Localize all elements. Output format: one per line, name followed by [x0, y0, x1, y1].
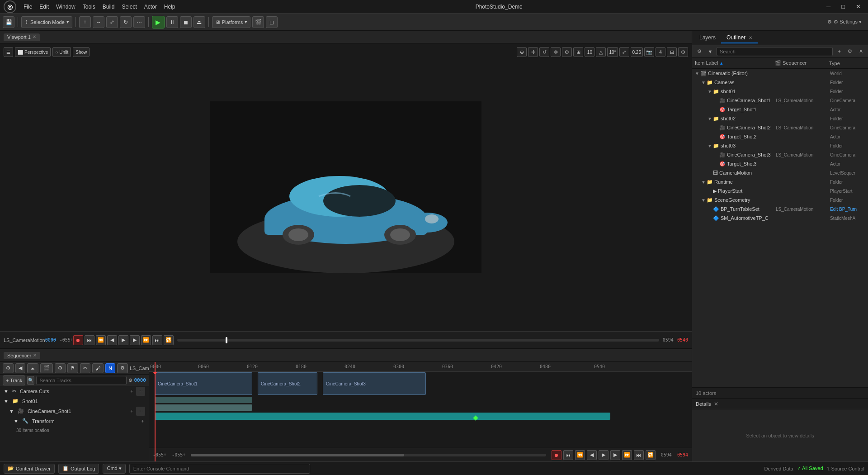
viewport-num-10[interactable]: 10 — [585, 47, 594, 57]
minimize-button[interactable]: ─ — [823, 3, 834, 10]
viewport-grid-icon[interactable]: ⊞ — [573, 47, 583, 57]
viewport-camera-val[interactable]: 4 — [656, 47, 665, 57]
cinecamera-options[interactable]: ⋯ — [136, 407, 145, 416]
play-options-button[interactable]: ⏸ — [166, 16, 178, 28]
tree-row-cameramotion[interactable]: 🎞 CameraMotion LevelSequer — [692, 168, 868, 177]
seq-cut-btn[interactable]: ✂ — [80, 363, 90, 373]
tree-row-target3[interactable]: 🎯 Target_Shot3 Actor — [692, 159, 868, 168]
viewport-snap-mode[interactable]: ✥ — [551, 47, 561, 57]
outliner-settings-btn[interactable]: ⚙ — [845, 47, 854, 56]
camera-cuts-options[interactable]: ⋯ — [136, 387, 145, 396]
seq-loop-btn[interactable]: 🔁 — [646, 450, 656, 460]
menu-build[interactable]: Build — [103, 4, 115, 10]
seq-up-btn[interactable]: ⏶ — [27, 363, 38, 373]
add-track-button[interactable]: + Track — [3, 375, 25, 385]
save-button[interactable]: 💾 — [3, 16, 14, 28]
sequencer-search-input[interactable] — [36, 376, 126, 385]
settings-button[interactable]: ⚙ ⚙ Settings ▾ — [824, 19, 865, 25]
seq-camera-btn[interactable]: ⚙ — [3, 363, 14, 373]
outliner-tab[interactable]: Outliner ✕ — [721, 33, 758, 43]
tree-row-target1[interactable]: 🎯 Target_Shot1 Actor — [692, 105, 868, 114]
prev-frame-button[interactable]: ◀ — [107, 335, 117, 345]
3d-viewport[interactable]: ☰ ⬜ Perspective ○ Unlit Show ⊕ ✛ ↺ ✥ — [0, 43, 692, 331]
clip-shot2[interactable]: CineCamera_Shot2 — [258, 372, 317, 395]
layers-tab[interactable]: Layers — [694, 33, 721, 43]
menu-help[interactable]: Help — [164, 4, 175, 10]
movie-button[interactable]: 🎬 — [252, 16, 264, 28]
viewport-extra-icon[interactable]: ⚙ — [678, 47, 688, 57]
seq-flag-btn[interactable]: ⚑ — [67, 363, 78, 373]
play-button[interactable]: ▶ — [152, 16, 165, 28]
seq-last-btn[interactable]: ⏭ — [634, 450, 644, 460]
content-drawer-button[interactable]: 📂 Content Drawer — [4, 464, 55, 474]
console-input[interactable] — [129, 464, 310, 474]
camera-cuts-track[interactable]: ▼ ✂ Camera Cuts ＋ ⋯ — [0, 386, 149, 396]
play-tl-button[interactable]: ▶ — [118, 335, 128, 345]
show-button[interactable]: Show — [73, 47, 90, 57]
viewport-scale-val[interactable]: 0.25 — [631, 47, 643, 57]
seq-extra-btn[interactable]: ⚙ — [117, 363, 128, 373]
seq-play-btn[interactable]: ▶ — [599, 450, 609, 460]
restore-button[interactable]: □ — [838, 3, 849, 10]
hamburger-menu-button[interactable]: ☰ — [4, 47, 13, 57]
viewport-scale-icon[interactable]: ⤢ — [619, 47, 629, 57]
tree-row-cinematic[interactable]: ▼ 🎬 Cinematic (Editor) World — [692, 69, 868, 78]
transform-mode-button[interactable]: ↔ — [93, 16, 104, 28]
transform-track[interactable]: ▼ 🔧 Transform ＋ — [0, 416, 149, 426]
seq-shuffle-btn[interactable]: ⚙ — [55, 363, 66, 373]
output-log-button[interactable]: 📋 Output Log — [58, 464, 99, 474]
goto-end-button[interactable]: ⏭ — [152, 335, 162, 345]
timeline-scrubber[interactable] — [177, 339, 659, 342]
tree-row-bpturn[interactable]: 🔷 BP_TurnTableSet LS_CameraMotion Edit B… — [692, 204, 868, 214]
outliner-add-btn[interactable]: ＋ — [835, 47, 844, 56]
seq-next-frame-btn[interactable]: ▶ — [610, 450, 620, 460]
viewport-snap-angle-icon[interactable]: △ — [596, 47, 606, 57]
loop-button[interactable]: 🔁 — [164, 335, 174, 345]
tree-row-target2[interactable]: 🎯 Target_Shot2 Actor — [692, 132, 868, 141]
toolbar-extra1[interactable]: ◻ — [266, 16, 278, 28]
outliner-search-input[interactable] — [717, 47, 833, 56]
viewport-tab-1[interactable]: Viewport 1 ✕ — [4, 33, 40, 41]
unlit-button[interactable]: ○ Unlit — [52, 47, 71, 57]
seq-record-btn[interactable]: ⏺ — [552, 450, 561, 460]
tree-row-cameras[interactable]: ▼ 📁 Cameras Folder — [692, 78, 868, 87]
tree-row-runtime[interactable]: ▼ 📁 Runtime Folder — [692, 177, 868, 186]
seq-prev-frame-btn[interactable]: ◀ — [587, 450, 597, 460]
next-key-button[interactable]: ⏩ — [141, 335, 151, 345]
tree-row-playerstart[interactable]: ▶ PlayerStart PlayerStart — [692, 186, 868, 195]
tree-row-cinecam1[interactable]: 🎥 CineCamera_Shot1 LS_CameraMotion CineC… — [692, 96, 868, 105]
eject-button[interactable]: ⏏ — [193, 16, 205, 28]
tree-row-scenegeo[interactable]: ▼ 📁 SceneGeometry Folder — [692, 195, 868, 204]
camera-cuts-add[interactable]: ＋ — [129, 388, 134, 394]
goto-start-button[interactable]: ⏮ — [85, 335, 94, 345]
viewport-settings-icon[interactable]: ⚙ — [562, 47, 572, 57]
viewport-angle-val[interactable]: 10° — [607, 47, 618, 57]
prev-key-button[interactable]: ⏪ — [96, 335, 106, 345]
tree-row-shot03[interactable]: ▼ 📁 shot03 Folder — [692, 141, 868, 150]
ue-logo[interactable]: ◎ — [4, 0, 16, 13]
viewport-tab-close[interactable]: ✕ — [33, 34, 36, 39]
seq-filter-icon[interactable]: ⚙ — [128, 378, 132, 383]
scale-button[interactable]: ⤢ — [106, 16, 118, 28]
tree-row-cinecam2[interactable]: 🎥 CineCamera_Shot2 LS_CameraMotion CineC… — [692, 123, 868, 132]
viewport-add-mode[interactable]: ✛ — [528, 47, 538, 57]
clip-shot1[interactable]: CineCamera_Shot1 — [155, 372, 252, 395]
outliner-filter-btn[interactable]: ⚙ — [695, 47, 704, 56]
stop-button[interactable]: ◼ — [180, 16, 192, 28]
tree-row-cinecam3[interactable]: 🎥 CineCamera_Shot3 LS_CameraMotion CineC… — [692, 150, 868, 159]
seq-paint-btn[interactable]: 🖌 — [92, 363, 104, 373]
cinecamera-shot1-track[interactable]: ▼ 🎥 CineCamera_Shot1 ＋ ⋯ — [0, 406, 149, 416]
sequencer-tab-close[interactable]: ✕ — [33, 353, 37, 358]
seq-n-btn[interactable]: N — [105, 363, 115, 373]
perspective-button[interactable]: ⬜ Perspective — [15, 47, 51, 57]
outliner-expand-btn[interactable]: ▼ — [706, 47, 715, 56]
menu-actor[interactable]: Actor — [144, 4, 157, 10]
menu-window[interactable]: Window — [56, 4, 75, 10]
scrub-handle[interactable] — [226, 337, 227, 343]
add-actor-button[interactable]: ＋ — [79, 16, 91, 28]
seq-prev-btn[interactable]: ⏪ — [575, 450, 585, 460]
tree-row-shot02[interactable]: ▼ 📁 shot02 Folder — [692, 114, 868, 123]
source-control-label[interactable]: ⑊ Source Control — [827, 466, 864, 471]
cmd-button[interactable]: Cmd ▾ — [103, 464, 125, 474]
cinecamera-add[interactable]: ＋ — [129, 408, 134, 414]
